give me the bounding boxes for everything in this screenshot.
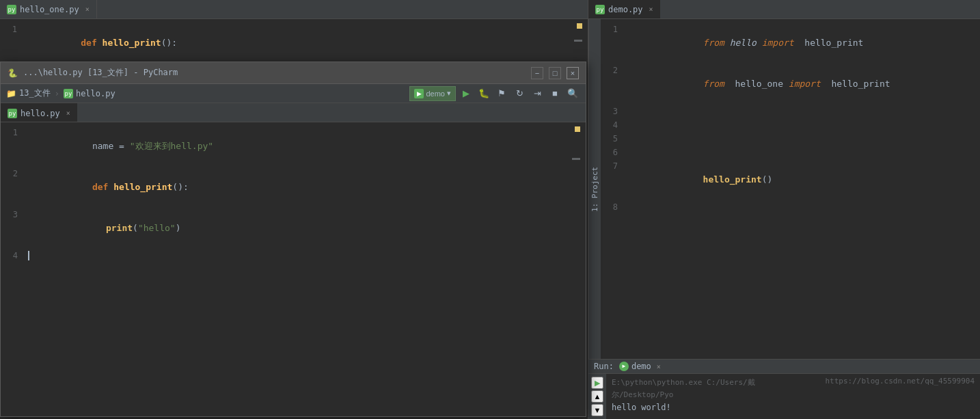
coverage-btn[interactable]: ⚑ — [494, 86, 509, 101]
run-demo-icon: ▶ — [619, 362, 629, 371]
right-tab-filename: demo.py — [608, 5, 643, 14]
run-down-btn[interactable]: ▼ — [591, 404, 603, 416]
dialog-linenum-1: 1 — [1, 126, 25, 139]
bg-tab-bar: py hello_one.py × — [0, 0, 588, 19]
breadcrumb-folder-name: 13_文件 — [19, 87, 51, 99]
run-up-btn[interactable]: ▲ — [591, 390, 603, 403]
right-linenum-3: 3 — [601, 105, 625, 118]
config-arrow: ▾ — [447, 89, 451, 98]
breadcrumb-file: py hello.py — [64, 89, 115, 98]
breadcrumb-folder: 📁 13_文件 — [6, 87, 51, 99]
project-sidebar[interactable]: 1: Project — [588, 19, 601, 359]
right-top: py demo.py × 1: Project 1 from hello im — [588, 0, 980, 359]
run-output-text: hello world! — [612, 403, 671, 412]
right-linenum-7: 7 — [601, 159, 625, 173]
bg-linenum-1: 1 — [0, 23, 24, 36]
search-btn[interactable]: 🔍 — [565, 86, 580, 101]
right-linecontent-7: hello_print() — [625, 159, 980, 200]
run-cmd-text: E:\python\python.exe C:/Users/戴尔/Desktop… — [612, 378, 755, 399]
dialog-linecontent-4 — [25, 249, 586, 262]
right-panel: py demo.py × 1: Project 1 from hello im — [588, 0, 980, 419]
folder-icon: 📁 — [6, 89, 16, 98]
right-line-5: 5 — [601, 132, 980, 146]
bg-linecontent-1: def hello_print(): — [24, 23, 588, 64]
dialog-close-btn[interactable]: × — [567, 67, 579, 79]
bg-tab-filename: hello_one.py — [20, 5, 79, 14]
run-output-line: hello world! — [612, 401, 814, 414]
run-btn[interactable]: ▶ — [459, 86, 474, 101]
dialog-line-1: 1 name = "欢迎来到hell.py" — [1, 126, 586, 167]
dialog-tab-icon: py — [8, 109, 17, 118]
left-panel: py hello_one.py × 1 def hello_print(): 2… — [0, 0, 588, 419]
config-icon: ▶ — [414, 89, 424, 98]
file-icon-bg: py — [7, 5, 16, 14]
dialog-tab-hello[interactable]: py hello.py × — [1, 103, 77, 122]
bg-tab-hello-one[interactable]: py hello_one.py × — [0, 0, 97, 18]
right-tab-icon: py — [595, 5, 605, 14]
project-sidebar-label: 1: Project — [590, 166, 599, 211]
dialog-app-icon: 🐍 — [8, 68, 18, 78]
stop-btn[interactable]: ■ — [547, 86, 562, 101]
dialog-linecontent-1: name = "欢迎来到hell.py" — [25, 126, 586, 167]
dialog-line-2: 2 def hello_print(): — [1, 167, 586, 208]
right-line-8: 8 — [601, 200, 980, 214]
right-linecontent-1: from hello import hello_print — [625, 23, 980, 64]
run-tab-name-text: demo — [631, 362, 651, 371]
breadcrumb-bar: 📁 13_文件 › py hello.py ▶ demo ▾ ▶ 🐛 — [1, 84, 586, 103]
dialog-tab-close[interactable]: × — [66, 109, 70, 117]
profile-btn[interactable]: ↻ — [512, 86, 527, 101]
run-cmd-line: E:\python\python.exe C:/Users/戴尔/Desktop… — [612, 377, 814, 401]
dialog-tab-filename: hello.py — [21, 109, 60, 118]
breadcrumb-file-icon: py — [64, 89, 73, 98]
right-linenum-6: 6 — [601, 146, 625, 159]
dialog-minimize-btn[interactable]: − — [531, 67, 543, 79]
run-panel: Run: ▶ demo × ▶ ▲ ▼ E:\python\python.exe… — [588, 359, 980, 419]
breadcrumb-sep: › — [55, 89, 59, 98]
dialog-title-text: ...\hello.py [13_文件] - PyCharm — [23, 67, 526, 79]
right-line-7: 7 hello_print() — [601, 159, 980, 200]
dialog-line-3: 3 print("hello") — [1, 208, 586, 249]
bg-tab-close[interactable]: × — [85, 5, 90, 13]
right-tab-bar: py demo.py × — [588, 0, 980, 19]
dialog-linecontent-2: def hello_print(): — [25, 167, 586, 208]
right-line-2: 2 from hello_one import hello_print — [601, 64, 980, 105]
run-tab-close[interactable]: × — [657, 363, 661, 370]
dialog-title-bar: 🐍 ...\hello.py [13_文件] - PyCharm − □ × — [1, 62, 586, 84]
run-config-btn[interactable]: ▶ demo ▾ — [409, 86, 456, 101]
right-linenum-2: 2 — [601, 64, 625, 77]
right-linenum-5: 5 — [601, 132, 625, 146]
run-side-buttons: ▶ ▲ ▼ — [588, 374, 606, 419]
right-tab-close[interactable]: × — [649, 5, 653, 13]
dialog-tab-bar: py hello.py × — [1, 103, 586, 122]
right-line-6: 6 — [601, 146, 980, 159]
dialog-code-area[interactable]: 1 name = "欢迎来到hell.py" 2 def hello_print… — [1, 122, 586, 416]
dialog-line-4: 4 — [1, 249, 586, 262]
main-layout: py hello_one.py × 1 def hello_print(): 2… — [0, 0, 980, 419]
run-label: Run: — [594, 362, 614, 371]
run-tab-demo[interactable]: ▶ demo × — [619, 362, 661, 371]
step-btn[interactable]: ⇥ — [530, 86, 545, 101]
dialog-linenum-2: 2 — [1, 167, 25, 180]
right-tab-demo[interactable]: py demo.py × — [588, 0, 660, 18]
right-linenum-4: 4 — [601, 118, 625, 132]
run-content: ▶ ▲ ▼ E:\python\python.exe C:/Users/戴尔/D… — [588, 374, 980, 419]
right-linenum-8: 8 — [601, 200, 625, 214]
dialog-linecontent-3: print("hello") — [25, 208, 586, 249]
run-play-btn[interactable]: ▶ — [591, 377, 603, 389]
right-content: 1: Project 1 from hello import hello_pri… — [588, 19, 980, 359]
bg-line-1: 1 def hello_print(): — [0, 23, 588, 64]
dialog-window: 🐍 ...\hello.py [13_文件] - PyCharm − □ × 📁… — [0, 62, 586, 417]
right-line-4: 4 — [601, 118, 980, 132]
toolbar-right: ▶ demo ▾ ▶ 🐛 ⚑ ↻ ⇥ ■ 🔍 — [409, 86, 580, 101]
right-line-1: 1 from hello import hello_print — [601, 23, 980, 64]
dialog-scroll-marker — [575, 126, 580, 132]
right-line-3: 3 — [601, 105, 980, 118]
right-code-area[interactable]: 1 from hello import hello_print 2 from h… — [601, 19, 980, 359]
debug-btn[interactable]: 🐛 — [476, 86, 491, 101]
run-text-area: E:\python\python.exe C:/Users/戴尔/Desktop… — [606, 374, 819, 416]
run-tab-bar: Run: ▶ demo × — [588, 360, 980, 374]
dialog-maximize-btn[interactable]: □ — [549, 67, 561, 79]
config-label: demo — [426, 90, 445, 98]
breadcrumb-file-name: hello.py — [76, 89, 115, 98]
scroll-marker-yellow — [577, 23, 582, 29]
